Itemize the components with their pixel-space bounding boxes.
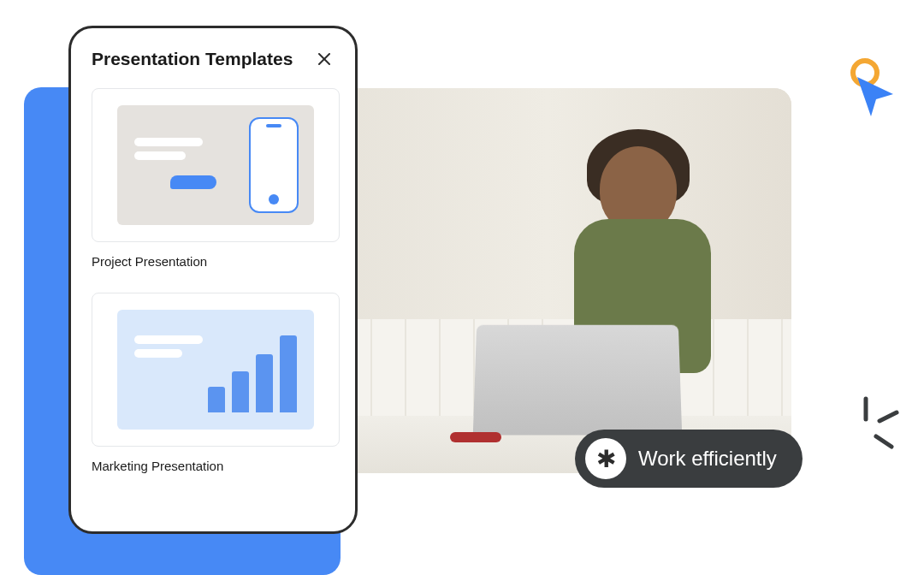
svg-line-4 (876, 436, 891, 447)
svg-line-3 (880, 412, 897, 421)
template-label: Project Presentation (92, 254, 335, 269)
template-card-project[interactable]: Project Presentation (92, 88, 335, 269)
panel-header: Presentation Templates (92, 49, 335, 69)
cursor-decoration (837, 58, 905, 135)
template-label: Marketing Presentation (92, 459, 335, 473)
close-button[interactable] (314, 49, 335, 69)
template-thumbnail (92, 88, 340, 242)
panel-title: Presentation Templates (92, 49, 293, 69)
asterisk-icon: ✱ (585, 438, 626, 479)
work-efficiently-badge: ✱ Work efficiently (575, 430, 803, 488)
badge-text: Work efficiently (638, 447, 777, 471)
lifestyle-photo (304, 88, 791, 473)
cursor-arrow-icon (854, 74, 897, 120)
close-icon (318, 53, 330, 65)
presentation-templates-panel: Presentation Templates Project Presentat… (68, 26, 358, 534)
phone-icon (249, 117, 299, 213)
template-thumbnail (92, 293, 340, 447)
template-card-marketing[interactable]: Marketing Presentation (92, 293, 335, 473)
bar-chart-icon (208, 335, 297, 412)
spark-lines-icon (850, 394, 902, 453)
